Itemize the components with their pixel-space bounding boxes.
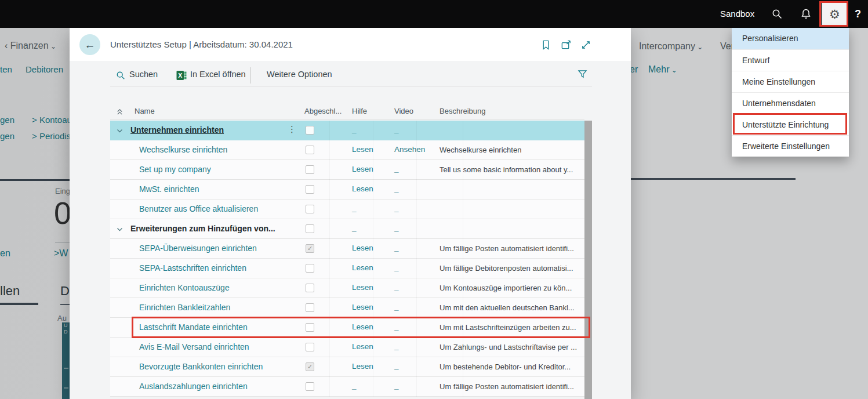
completed-checkbox[interactable]: ✓ bbox=[306, 284, 314, 292]
menu-item-entwurf[interactable]: Entwurf bbox=[732, 49, 849, 71]
table-row[interactable]: Erweiterungen zum Hinzufügen von... ⋮ ✓ … bbox=[110, 219, 584, 239]
table-row[interactable]: Einrichten Kontoauszüge ⋮ ✓ Lesen _ Um K… bbox=[110, 278, 584, 298]
menu-item-unterst-tzte-einrichtung[interactable]: Unterstützte Einrichtung bbox=[732, 114, 849, 135]
help-cell[interactable]: Lesen bbox=[352, 303, 373, 311]
video-cell[interactable]: _ bbox=[394, 342, 399, 351]
arrow-left-icon: ← bbox=[85, 39, 96, 50]
setup-name-link[interactable]: Auslandszahlungen einrichten bbox=[139, 382, 248, 391]
setup-name-link[interactable]: Bevorzugte Bankkonten einrichten bbox=[139, 362, 263, 371]
setup-name-link[interactable]: Set up my company bbox=[139, 165, 211, 174]
column-header-help[interactable]: Hilfe bbox=[352, 107, 367, 115]
menu-item-personalisieren[interactable]: Personalisieren bbox=[732, 28, 849, 49]
notifications-icon[interactable] bbox=[800, 8, 812, 20]
video-cell[interactable]: _ bbox=[394, 263, 399, 272]
environment-badge[interactable]: Sandbox bbox=[720, 0, 754, 28]
table-row[interactable]: SEPA-Lastschriften einrichten ⋮ ✓ Lesen … bbox=[110, 259, 584, 278]
video-cell[interactable]: _ bbox=[394, 322, 399, 331]
back-button[interactable]: ← bbox=[79, 34, 100, 55]
more-actions-icon[interactable]: ⋮ bbox=[288, 124, 296, 135]
setup-name-link[interactable]: MwSt. einrichten bbox=[139, 184, 199, 194]
setup-name-link[interactable]: Einrichten Kontoauszüge bbox=[139, 283, 230, 292]
video-cell[interactable]: _ bbox=[394, 184, 399, 193]
table-row[interactable]: Set up my company ⋮ ✓ Lesen _ Tell us so… bbox=[110, 160, 584, 180]
setup-name-link[interactable]: Avis E-Mail Versand einrichten bbox=[139, 342, 249, 351]
menu-item-erweiterte-einstellungen[interactable]: Erweiterte Einstellungen bbox=[732, 135, 849, 157]
help-cell[interactable]: Lesen bbox=[352, 145, 373, 154]
help-button[interactable]: ? bbox=[855, 0, 861, 28]
help-cell[interactable]: _ bbox=[352, 204, 357, 213]
table-row[interactable]: Avis E-Mail Versand einrichten ⋮ ✓ Lesen… bbox=[110, 338, 584, 357]
collapse-all-icon[interactable] bbox=[116, 108, 124, 115]
video-cell[interactable]: _ bbox=[394, 204, 399, 213]
open-in-window-icon[interactable] bbox=[561, 39, 572, 50]
filter-icon[interactable] bbox=[578, 69, 587, 79]
setup-name-link[interactable]: SEPA-Überweisungen einrichten bbox=[139, 244, 257, 253]
more-options-action[interactable]: Weitere Optionen bbox=[267, 70, 332, 79]
setup-name-link[interactable]: Wechselkurse einrichten bbox=[139, 145, 227, 154]
column-header-name[interactable]: Name bbox=[135, 107, 155, 115]
completed-checkbox[interactable]: ✓ bbox=[306, 382, 314, 391]
bookmark-icon[interactable] bbox=[540, 39, 551, 50]
help-cell[interactable]: Lesen bbox=[352, 342, 373, 351]
video-cell[interactable]: _ bbox=[394, 283, 399, 292]
completed-checkbox[interactable]: ✓ bbox=[306, 303, 314, 312]
table-row[interactable]: Auslandszahlungen einrichten ⋮ ✓ _ _ Um … bbox=[110, 377, 584, 397]
help-cell[interactable]: Lesen bbox=[352, 244, 373, 252]
help-cell[interactable]: Lesen bbox=[352, 362, 373, 371]
setup-name-link[interactable]: Lastschrift Mandate einrichten bbox=[139, 322, 248, 332]
menu-item-unternehmensdaten[interactable]: Unternehmensdaten bbox=[732, 92, 849, 114]
video-cell[interactable]: _ bbox=[394, 303, 399, 311]
completed-checkbox[interactable]: ✓ bbox=[306, 224, 314, 233]
expand-icon[interactable] bbox=[580, 39, 591, 50]
completed-checkbox[interactable]: ✓ bbox=[306, 362, 314, 371]
setup-name-link[interactable]: Unternehmen einrichten bbox=[130, 125, 224, 135]
table-row[interactable]: Bevorzugte Bankkonten einrichten ⋮ ✓ Les… bbox=[110, 357, 584, 377]
column-header-video[interactable]: Video bbox=[394, 107, 413, 115]
table-row[interactable]: Unternehmen einrichten ⋮ ✓ _ _ bbox=[110, 121, 584, 140]
video-cell[interactable]: _ bbox=[394, 244, 399, 252]
chevron-down-icon[interactable] bbox=[116, 226, 124, 233]
search-icon[interactable] bbox=[771, 8, 783, 20]
vertical-scrollbar[interactable] bbox=[584, 121, 592, 399]
completed-checkbox[interactable]: ✓ bbox=[306, 205, 314, 213]
chevron-down-icon[interactable] bbox=[116, 127, 124, 135]
completed-checkbox[interactable]: ✓ bbox=[306, 343, 314, 351]
table-row[interactable]: Wechselkurse einrichten ⋮ ✓ Lesen Ansehe… bbox=[110, 140, 584, 160]
column-header-completed[interactable]: Abgeschl... bbox=[304, 107, 342, 115]
help-cell[interactable]: Lesen bbox=[352, 165, 373, 173]
help-cell[interactable]: Lesen bbox=[352, 322, 373, 331]
completed-checkbox[interactable]: ✓ bbox=[306, 323, 314, 332]
table-row[interactable]: SEPA-Überweisungen einrichten ⋮ ✓ Lesen … bbox=[110, 239, 584, 259]
menu-item-meine-einstellungen[interactable]: Meine Einstellungen bbox=[732, 71, 849, 92]
setup-name-link[interactable]: Einrichten Bankleitzahlen bbox=[139, 303, 230, 312]
video-cell[interactable]: _ bbox=[394, 125, 399, 134]
open-in-excel-action[interactable]: In Excel öffnen bbox=[190, 70, 246, 79]
completed-checkbox[interactable]: ✓ bbox=[306, 264, 314, 273]
table-row[interactable]: MwSt. einrichten ⋮ ✓ Lesen _ bbox=[110, 180, 584, 200]
table-row[interactable]: Benutzer aus Office aktualisieren ⋮ ✓ _ … bbox=[110, 200, 584, 219]
help-cell[interactable]: _ bbox=[352, 125, 357, 134]
video-cell[interactable]: Ansehen bbox=[394, 145, 425, 154]
help-cell[interactable]: _ bbox=[352, 224, 357, 233]
completed-checkbox[interactable]: ✓ bbox=[306, 126, 314, 135]
video-cell[interactable]: _ bbox=[394, 165, 399, 173]
completed-checkbox[interactable]: ✓ bbox=[306, 185, 314, 194]
help-cell[interactable]: Lesen bbox=[352, 283, 373, 292]
completed-checkbox[interactable]: ✓ bbox=[306, 146, 314, 154]
setup-name-link[interactable]: Erweiterungen zum Hinzufügen von... bbox=[130, 224, 275, 233]
help-cell[interactable]: _ bbox=[352, 382, 357, 390]
completed-checkbox[interactable]: ✓ bbox=[306, 165, 314, 174]
search-action[interactable]: Suchen bbox=[129, 70, 158, 79]
completed-checkbox[interactable]: ✓ bbox=[306, 244, 314, 253]
table-row[interactable]: Lastschrift Mandate einrichten ⋮ ✓ Lesen… bbox=[110, 318, 584, 338]
setup-name-link[interactable]: Benutzer aus Office aktualisieren bbox=[139, 204, 258, 213]
help-cell[interactable]: Lesen bbox=[352, 263, 373, 272]
table-row[interactable]: Einrichten Bankleitzahlen ⋮ ✓ Lesen _ Um… bbox=[110, 298, 584, 318]
video-cell[interactable]: _ bbox=[394, 362, 399, 371]
settings-button[interactable]: ⚙ bbox=[822, 2, 848, 26]
help-cell[interactable]: Lesen bbox=[352, 184, 373, 193]
video-cell[interactable]: _ bbox=[394, 382, 399, 390]
setup-name-link[interactable]: SEPA-Lastschriften einrichten bbox=[139, 263, 246, 273]
column-header-description[interactable]: Beschreibung bbox=[440, 107, 486, 115]
video-cell[interactable]: _ bbox=[394, 224, 399, 233]
